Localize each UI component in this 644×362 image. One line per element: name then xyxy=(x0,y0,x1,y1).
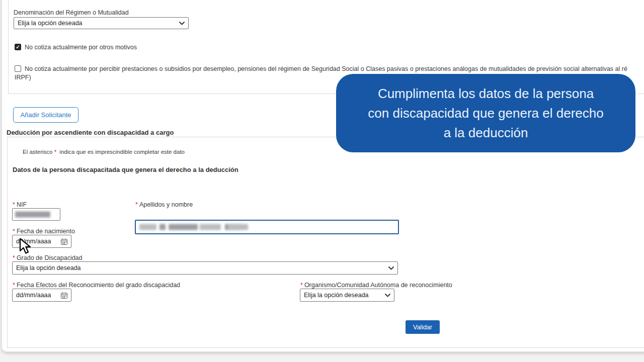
effects-date-input[interactable]: dd/mm/aaaa xyxy=(12,289,71,302)
regimen-select-value: Elija la opción deseada xyxy=(18,20,83,27)
redacted-fullname-value xyxy=(139,224,250,230)
chevron-down-icon xyxy=(179,22,185,25)
required-note: El asterisco * indica que es imprescindi… xyxy=(23,149,185,155)
organism-required-star: * xyxy=(300,282,303,289)
required-note-suffix: indica que es imprescindible completar e… xyxy=(58,149,185,155)
validate-button[interactable]: Validar xyxy=(406,320,440,334)
checkbox-other-reasons[interactable]: ✓ xyxy=(15,44,21,50)
checkbox-row-other-reasons: ✓ No cotiza actualmente por otros motivo… xyxy=(15,44,137,51)
checkmark-icon: ✓ xyxy=(16,45,20,50)
validate-button-label: Validar xyxy=(413,324,432,331)
disability-degree-select[interactable]: Elija la opción deseada xyxy=(12,261,398,275)
organism-select[interactable]: Elija la opción deseada xyxy=(300,289,394,302)
effects-date-label: *Fecha Efectos del Reconocimiento del gr… xyxy=(13,282,180,289)
redacted-nif-value xyxy=(15,211,51,218)
fullname-required-star: * xyxy=(135,201,138,208)
organism-select-value: Elija la opción deseada xyxy=(304,292,369,299)
checkbox-benefits-label-line2: IRPF) xyxy=(15,74,31,81)
organism-label: *Organismo/Comunidad Autónoma de reconoc… xyxy=(300,282,452,289)
effects-date-placeholder: dd/mm/aaaa xyxy=(16,292,51,299)
effects-date-required-star: * xyxy=(13,282,15,289)
add-applicant-button-label: Añadir Solicitante xyxy=(20,111,71,119)
checkbox-row-benefits: No cotiza actualmente por percibir prest… xyxy=(15,65,644,72)
calendar-icon[interactable] xyxy=(61,238,67,245)
tooltip-line: a la deducción xyxy=(444,123,528,143)
regimen-select[interactable]: Elija la opción deseada xyxy=(14,17,189,29)
nif-input[interactable] xyxy=(12,208,60,221)
checkbox-other-reasons-label: No cotiza actualmente por otros motivos xyxy=(25,44,137,51)
person-data-subtitle: Datos de la persona discapacitada que ge… xyxy=(13,166,238,173)
disability-degree-select-value: Elija la opción deseada xyxy=(16,264,81,272)
disability-degree-required-star: * xyxy=(13,254,15,261)
required-note-star: * xyxy=(54,149,56,155)
fullname-label: *Apellidos y nombre xyxy=(135,201,193,208)
checkbox-benefits-label-line1: No cotiza actualmente por percibir prest… xyxy=(25,65,641,72)
chevron-down-icon xyxy=(385,294,390,297)
deduction-section-title: Deducción por ascendiente con discapacid… xyxy=(7,129,174,136)
page: Denominación del Régimen o Mutualidad El… xyxy=(0,0,644,362)
tooltip-line: Cumplimenta los datos de la persona xyxy=(378,84,594,104)
chevron-down-icon xyxy=(388,266,394,270)
regimen-label: Denominación del Régimen o Mutualidad xyxy=(14,9,129,16)
mouse-cursor-icon xyxy=(19,238,34,256)
checkbox-benefits[interactable] xyxy=(15,65,21,72)
tooltip-line: con discapacidad que genera el derecho xyxy=(368,104,603,123)
add-applicant-button[interactable]: Añadir Solicitante xyxy=(13,107,78,123)
birthdate-required-star: * xyxy=(13,228,15,235)
birthdate-label: *Fecha de nacimiento xyxy=(13,228,75,235)
calendar-icon[interactable] xyxy=(61,292,67,299)
nif-required-star: * xyxy=(13,201,15,208)
required-note-prefix: El asterisco xyxy=(23,149,54,155)
nif-label: *NIF xyxy=(13,201,27,208)
tutorial-tooltip: Cumplimenta los datos de la persona con … xyxy=(336,74,635,152)
fullname-input[interactable] xyxy=(135,220,399,234)
